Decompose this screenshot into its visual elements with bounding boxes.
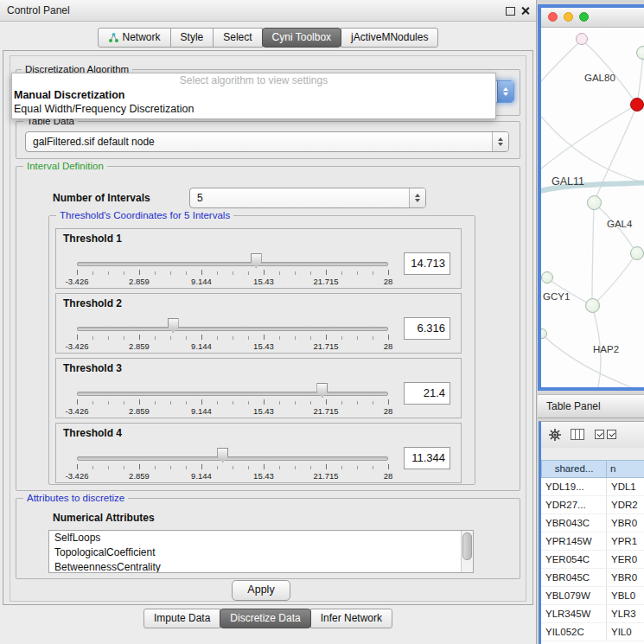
node-label: GAL4 <box>607 219 632 229</box>
number-of-intervals-combobox[interactable]: 5 <box>189 188 426 208</box>
table-row[interactable]: YER054CYER0 <box>541 551 644 569</box>
gear-icon[interactable] <box>548 428 562 442</box>
threshold-4-panel: Threshold 4 -3.4262.8599.14415.4321.7152… <box>55 423 462 483</box>
list-scrollbar[interactable] <box>461 531 473 572</box>
table-data-group: Table Data galFiltered.sif default node <box>16 121 520 159</box>
checkbox-icon[interactable] <box>595 430 604 439</box>
network-node[interactable] <box>630 246 644 260</box>
list-item[interactable]: BetweennessCentrality <box>49 560 473 573</box>
slider-track[interactable] <box>77 327 388 331</box>
slider-track[interactable] <box>77 262 388 266</box>
network-view-window: GAL80 GAL11 GAL4 GCY1 HAP2 <box>538 4 644 391</box>
list-item[interactable]: SelfLoops <box>49 531 473 545</box>
threshold-3-panel: Threshold 3 -3.4262.8599.14415.4321.7152… <box>55 358 462 418</box>
threshold-3-value-field[interactable]: 21.4 <box>404 382 450 405</box>
threshold-1-label: Threshold 1 <box>63 233 122 245</box>
number-of-intervals-value: 5 <box>197 188 203 207</box>
close-icon[interactable] <box>520 6 530 16</box>
attributes-group: Attributes to discretize Numerical Attri… <box>16 498 520 579</box>
network-node-selected[interactable] <box>630 98 644 112</box>
threshold-2-value-field[interactable]: 6.316 <box>404 317 450 340</box>
threshold-1-value-field[interactable]: 14.713 <box>404 252 450 275</box>
column-header-shared-name[interactable]: shared... <box>541 460 607 478</box>
table-row[interactable]: YDR27...YDR2 <box>541 496 644 514</box>
table-header-row: shared... n <box>541 460 644 478</box>
network-canvas[interactable]: GAL80 GAL11 GAL4 GCY1 HAP2 <box>541 28 644 387</box>
zoom-traffic-light-icon[interactable] <box>579 12 589 22</box>
slider-track[interactable] <box>77 456 388 461</box>
combobox-stepper-icon[interactable] <box>492 132 508 151</box>
tab-jactivemnodules-label: jActiveMNodules <box>351 29 428 47</box>
tab-jactivemnodules[interactable]: jActiveMNodules <box>341 28 438 48</box>
node-label: GCY1 <box>543 291 570 302</box>
tab-discretize-data[interactable]: Discretize Data <box>220 609 310 628</box>
table-data-combobox[interactable]: galFiltered.sif default node <box>25 131 509 152</box>
scrollbar-thumb[interactable] <box>462 532 472 560</box>
combobox-stepper-icon[interactable] <box>409 188 425 207</box>
minimize-traffic-light-icon[interactable] <box>564 12 573 22</box>
attributes-list: SelfLoops TopologicalCoefficient Between… <box>48 530 474 573</box>
panel-title: Control Panel <box>7 0 70 21</box>
combobox-stepper-icon[interactable] <box>497 81 513 102</box>
attributes-group-title: Attributes to discretize <box>23 493 128 504</box>
algorithm-option-manual[interactable]: Manual Discretization <box>12 88 495 102</box>
network-node[interactable] <box>587 195 602 210</box>
table-row[interactable]: YBR045CYBR0 <box>541 569 644 587</box>
table-row[interactable]: YBR043CYBR0 <box>541 514 644 532</box>
algorithm-prompt-item: Select algorithm to view settings <box>12 73 495 88</box>
table-toolbar-gap <box>541 448 644 461</box>
network-node[interactable] <box>576 33 588 45</box>
interval-definition-group: Interval Definition Number of Intervals … <box>16 166 520 491</box>
tab-select-label: Select <box>223 29 252 47</box>
table-panel-window: shared... n YDL19...YDL1 YDR27...YDR2 YB… <box>539 421 644 644</box>
column-header-name[interactable]: n <box>607 460 644 478</box>
table-row[interactable]: YDL19...YDL1 <box>541 478 644 496</box>
threshold-4-value-field[interactable]: 11.344 <box>404 447 450 469</box>
columns-icon[interactable] <box>571 429 584 440</box>
network-node[interactable] <box>636 46 644 60</box>
algorithm-option-equal-width[interactable]: Equal Width/Frequency Discretization <box>12 102 495 116</box>
tab-cyni-toolbox[interactable]: Cyni Toolbox <box>262 28 341 48</box>
table-row[interactable]: YBL079WYBL0 <box>541 587 644 605</box>
network-node[interactable] <box>585 298 600 313</box>
threshold-1-slider[interactable] <box>77 253 388 272</box>
threshold-2-panel: Threshold 2 -3.4262.8599.14415.4321.7152… <box>55 293 462 354</box>
table-panel-header: Table Panel <box>538 394 644 418</box>
tab-style[interactable]: Style <box>170 28 214 48</box>
tab-select[interactable]: Select <box>213 28 262 48</box>
slider-ticks <box>77 336 388 340</box>
slider-track[interactable] <box>77 392 388 396</box>
tab-network-label: Network <box>123 29 161 47</box>
apply-button[interactable]: Apply <box>232 580 290 601</box>
network-node[interactable] <box>541 271 553 284</box>
table-row[interactable]: YIL052CYIL0 <box>541 623 644 641</box>
threshold-1-panel: Threshold 1 -3.4262.8599.14415.4321.7152… <box>55 228 462 289</box>
threshold-3-slider[interactable] <box>77 383 388 402</box>
tab-style-label: Style <box>181 29 204 47</box>
threshold-4-label: Threshold 4 <box>63 427 122 439</box>
table-toolbar <box>541 422 644 449</box>
close-traffic-light-icon[interactable] <box>548 12 558 22</box>
tab-impute-data-label: Impute Data <box>154 609 210 628</box>
slider-tick-labels: -3.4262.8599.14415.4321.71528 <box>77 341 388 351</box>
threshold-4-slider[interactable] <box>77 448 388 467</box>
tab-infer-network[interactable]: Infer Network <box>310 609 392 628</box>
threshold-2-slider[interactable] <box>77 318 388 337</box>
float-window-icon[interactable] <box>506 7 515 16</box>
table-body: YDL19...YDL1 YDR27...YDR2 YBR043CYBR0 YP… <box>541 478 644 644</box>
list-item[interactable]: TopologicalCoefficient <box>49 545 473 560</box>
numerical-attributes-label: Numerical Attributes <box>53 512 155 524</box>
network-tab-icon <box>108 32 119 43</box>
slider-ticks <box>77 401 388 405</box>
control-panel-titlebar: Control Panel <box>0 0 536 22</box>
interval-definition-title: Interval Definition <box>23 161 107 172</box>
algorithm-dropdown-popup: Select algorithm to view settings Manual… <box>11 73 496 119</box>
slider-tick-labels: -3.4262.8599.14415.4321.71528 <box>77 406 388 416</box>
checkbox-icon[interactable] <box>607 430 616 439</box>
tab-network[interactable]: Network <box>98 28 171 48</box>
table-data-value: galFiltered.sif default node <box>33 132 155 151</box>
table-row[interactable]: YPR145WYPR1 <box>541 532 644 551</box>
tab-impute-data[interactable]: Impute Data <box>143 609 220 628</box>
top-tab-bar: Network Style Select Cyni Toolbox jActiv… <box>0 28 536 48</box>
table-row[interactable]: YLR345WYLR3 <box>541 605 644 623</box>
